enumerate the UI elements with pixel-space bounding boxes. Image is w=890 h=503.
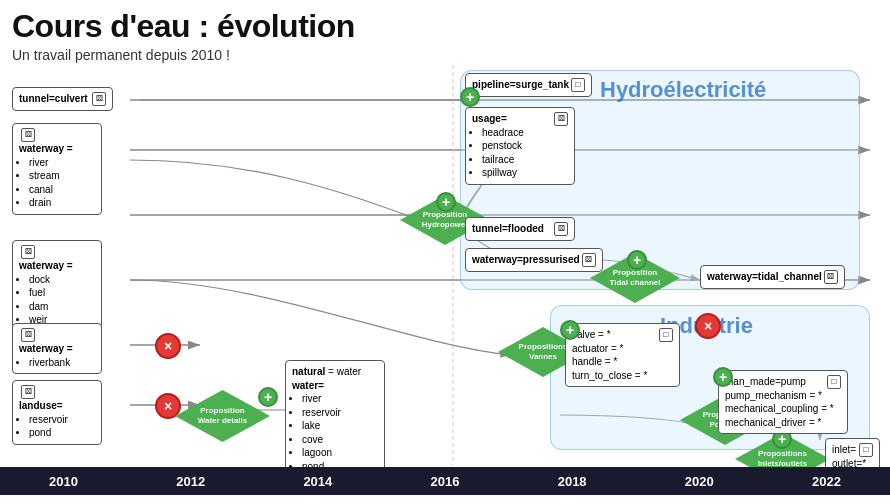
node-man-made: □ man_made=pump pump_mechanism = * mecha… [718,370,848,434]
timeline-2018: 2018 [509,474,636,489]
diagram-area: Hydroélectricité Industrie tunnel=culver… [0,65,890,495]
node-waterway-1: ⚄ waterway = river stream canal drain [12,123,102,215]
timeline-2020: 2020 [636,474,763,489]
section-hydro-label: Hydroélectricité [600,77,766,103]
dice-valve: □ [659,328,673,342]
timeline: 2010 2012 2014 2016 2018 2020 2022 [0,467,890,495]
dice-icon-landuse: ⚄ [21,385,35,399]
dice-man-made: □ [827,375,841,389]
timeline-2010: 2010 [0,474,127,489]
dice-tunnel-flooded: ⚄ [554,222,568,236]
node-pipeline: pipeline=surge_tank □ [465,73,592,97]
page-subtitle: Un travail permanent depuis 2010 ! [12,47,878,63]
dice-icon-ww2: ⚄ [21,245,35,259]
dice-usage: ⚄ [554,112,568,126]
green-plus-hydropower: + [436,192,456,212]
node-usage: usage= ⚄ headrace penstock tailrace spil… [465,107,575,185]
timeline-2014: 2014 [254,474,381,489]
node-valve: □ valve = * actuator = * handle = * turn… [565,323,680,387]
node-tidal-channel: waterway=tidal_channel ⚄ [700,265,845,289]
node-waterway-2: ⚄ waterway = dock fuel dam weir [12,240,102,332]
green-plus-man-made: + [713,367,733,387]
header: Cours d'eau : évolution Un travail perma… [0,0,890,65]
timeline-2022: 2022 [763,474,890,489]
timeline-2016: 2016 [381,474,508,489]
page-title: Cours d'eau : évolution [12,8,878,45]
diamond-water-details: Proposition Water details [175,390,270,442]
node-tunnel-culvert: tunnel=culvert ⚄ [12,87,113,111]
dice-inlet: □ [859,443,873,457]
node-waterway-3: ⚄ waterway = riverbank [12,323,102,374]
dice-pressurised: ⚄ [582,253,596,267]
timeline-2012: 2012 [127,474,254,489]
node-waterway-pressurised: waterway=pressurised ⚄ [465,248,603,272]
dice-icon-ww1: ⚄ [21,128,35,142]
dice-icon-ww3: ⚄ [21,328,35,342]
red-x-industrie: × [695,313,721,339]
red-x-waterway3: × [155,333,181,359]
node-landuse: ⚄ landuse= reservoir pond [12,380,102,445]
dice-tidal: ⚄ [824,270,838,284]
dice-pipeline: □ [571,78,585,92]
dice-icon-tunnel: ⚄ [92,92,106,106]
green-plus-pipeline: + [460,87,480,107]
green-plus-valve: + [560,320,580,340]
node-tunnel-flooded: tunnel=flooded ⚄ [465,217,575,241]
green-plus-water-details: + [258,387,278,407]
green-plus-tidal: + [627,250,647,270]
